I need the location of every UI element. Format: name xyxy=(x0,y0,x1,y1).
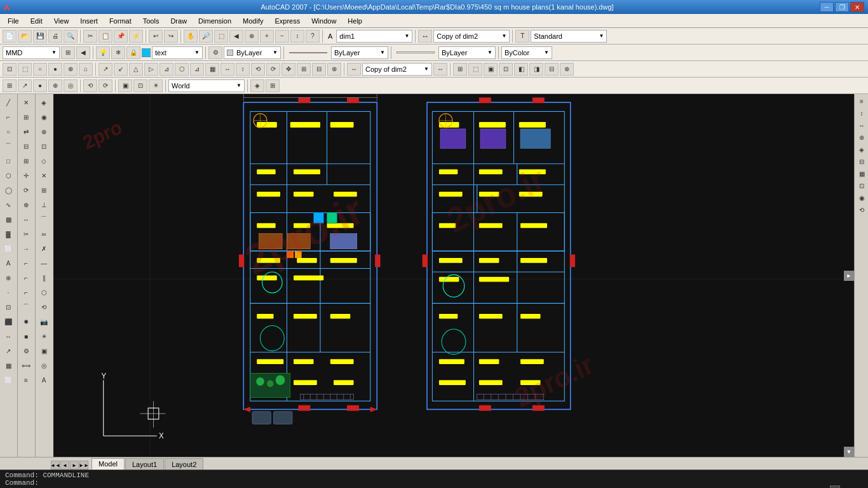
right-t8[interactable]: ⊡ xyxy=(856,180,867,191)
undo-button[interactable]: ↩ xyxy=(149,30,163,43)
cut-button[interactable]: ✂ xyxy=(83,30,97,43)
3d-t4[interactable]: ⊕ xyxy=(48,79,62,92)
tool-camera[interactable]: 📷 xyxy=(37,315,51,329)
tool-polygon[interactable]: ⬡ xyxy=(1,168,15,182)
canvas-scroll-right[interactable]: ► xyxy=(844,271,854,281)
tool-wipeout[interactable]: ⬜ xyxy=(1,373,15,387)
matchprop-button[interactable]: ⚡ xyxy=(129,30,143,43)
snap-t20[interactable]: ⊞ xyxy=(297,63,311,76)
tool-snap-ins[interactable]: ⊞ xyxy=(37,183,51,197)
layer-manager-button[interactable]: ⊞ xyxy=(61,46,75,59)
menu-help[interactable]: Help xyxy=(342,16,367,26)
menu-view[interactable]: View xyxy=(49,16,74,26)
plotpreview-button[interactable]: 🔍 xyxy=(64,30,78,43)
tool-ellipse[interactable]: ◯ xyxy=(1,183,15,197)
tool-grips[interactable]: ■ xyxy=(19,329,33,343)
tool-polyline[interactable]: ⌐ xyxy=(1,110,15,124)
snap-t3[interactable]: ○ xyxy=(33,63,47,76)
tool-erase[interactable]: ✕ xyxy=(19,95,33,109)
right-t7[interactable]: ▦ xyxy=(856,168,867,179)
tool-table[interactable]: ▦ xyxy=(1,358,15,372)
tool-offset[interactable]: ⊟ xyxy=(19,139,33,153)
menu-file[interactable]: File xyxy=(3,16,24,26)
tool-array[interactable]: ⊞ xyxy=(19,154,33,168)
layer-prev-button[interactable]: ◀ xyxy=(76,46,90,59)
tool-rotate[interactable]: ⟳ xyxy=(19,183,33,197)
dimstyle-dropdown[interactable]: dim1 ▼ xyxy=(336,30,412,43)
render-t2[interactable]: ⊡ xyxy=(133,79,147,92)
zoomout-button[interactable]: − xyxy=(275,30,289,43)
3d-t5[interactable]: ◎ xyxy=(64,79,78,92)
tool-textformat[interactable]: A xyxy=(37,373,51,387)
tool-leader[interactable]: ↗ xyxy=(1,344,15,358)
lineweight-dropdown[interactable]: ByLayer ▼ xyxy=(438,46,496,59)
save-button[interactable]: 💾 xyxy=(33,30,47,43)
menu-tools[interactable]: Tools xyxy=(138,16,165,26)
tool-render[interactable]: ◎ xyxy=(37,358,51,372)
snap-t22[interactable]: ⊕ xyxy=(327,63,341,76)
pan-button[interactable]: ✋ xyxy=(184,30,198,43)
right-t6[interactable]: ⊟ xyxy=(856,156,867,167)
tool-break[interactable]: ⌐ xyxy=(19,256,33,270)
tool-extend[interactable]: → xyxy=(19,241,33,255)
tool-3d[interactable]: ⬛ xyxy=(1,315,15,329)
snap-t4[interactable]: ● xyxy=(48,63,62,76)
snap-t18[interactable]: ⟳ xyxy=(266,63,280,76)
objtype-dropdown[interactable]: text ▼ xyxy=(152,46,203,59)
right-t3[interactable]: ↔ xyxy=(856,119,867,131)
snap-t17[interactable]: ⟲ xyxy=(251,63,265,76)
tool-gradient[interactable]: ▓ xyxy=(1,227,15,241)
tool-view3d[interactable]: ⬡ xyxy=(37,285,51,299)
textstyle-dropdown[interactable]: Standard ▼ xyxy=(531,30,607,43)
zoomwindow-button[interactable]: ⬚ xyxy=(214,30,228,43)
canvas-scroll-bottom[interactable]: ▼ xyxy=(844,447,854,457)
layer-freeze-icon[interactable]: ❄ xyxy=(111,46,125,59)
snap-t14[interactable]: ▦ xyxy=(205,63,219,76)
right-t1[interactable]: ≡ xyxy=(856,95,867,107)
snap-t10[interactable]: ▷ xyxy=(144,63,158,76)
vp-t5[interactable]: ◧ xyxy=(514,63,528,76)
snap-dimstyle-dropdown[interactable]: Copy of dim2 ▼ xyxy=(362,63,432,76)
canvas-area[interactable]: ▲ xyxy=(53,94,854,457)
tool-snap-near[interactable]: ∞ xyxy=(37,227,51,241)
tab-layout1[interactable]: Layout1 xyxy=(125,458,164,470)
tool-snap-par[interactable]: ∥ xyxy=(37,271,51,285)
tool-circle[interactable]: ○ xyxy=(1,125,15,139)
vp-t2[interactable]: ⬚ xyxy=(468,63,482,76)
snap-t1[interactable]: ⊡ xyxy=(3,63,17,76)
plot-button[interactable]: 🖨 xyxy=(48,30,62,43)
tab-nav-last[interactable]: ►► xyxy=(79,461,88,470)
zoomprev-button[interactable]: ◀ xyxy=(229,30,243,43)
vp-t1[interactable]: ⊞ xyxy=(453,63,467,76)
tool-properties[interactable]: ⚙ xyxy=(19,344,33,358)
zoomextents-button[interactable]: ⊕ xyxy=(245,30,259,43)
tool-snap-int[interactable]: ✕ xyxy=(37,168,51,182)
layer-color-box[interactable] xyxy=(142,48,151,57)
tool-arc[interactable]: ⌒ xyxy=(1,139,15,153)
tool-rectangle[interactable]: □ xyxy=(1,154,15,168)
tool-spline[interactable]: ∿ xyxy=(1,198,15,212)
3d-t2[interactable]: ↗ xyxy=(18,79,32,92)
snap-t13[interactable]: ⊿ xyxy=(190,63,204,76)
tool-insert[interactable]: ⊕ xyxy=(1,271,15,285)
vp-t7[interactable]: ⊟ xyxy=(545,63,559,76)
orbit-t2[interactable]: ⟳ xyxy=(98,79,112,92)
snap-t12[interactable]: ⬡ xyxy=(175,63,189,76)
tool-orbit[interactable]: ⟲ xyxy=(37,300,51,314)
tab-nav-next[interactable]: ► xyxy=(70,461,79,470)
tool-snap-mid[interactable]: ◉ xyxy=(37,110,51,124)
menu-draw[interactable]: Draw xyxy=(165,16,192,26)
tab-layout2[interactable]: Layout2 xyxy=(165,458,203,470)
snap-t15[interactable]: ↔ xyxy=(220,63,234,76)
render-t1[interactable]: ▣ xyxy=(118,79,132,92)
snap-t21[interactable]: ⊟ xyxy=(312,63,326,76)
tool-copy[interactable]: ⊞ xyxy=(19,110,33,124)
tool-scale[interactable]: ⊕ xyxy=(19,198,33,212)
menu-window[interactable]: Window xyxy=(306,16,341,26)
tool-chamfer[interactable]: ⌐ xyxy=(19,285,33,299)
zoomin-button[interactable]: + xyxy=(260,30,274,43)
vp-t6[interactable]: ◨ xyxy=(529,63,543,76)
restore-button[interactable]: ❐ xyxy=(835,2,849,12)
tool-trim[interactable]: ✂ xyxy=(19,227,33,241)
tool-snap-quad[interactable]: ◇ xyxy=(37,154,51,168)
